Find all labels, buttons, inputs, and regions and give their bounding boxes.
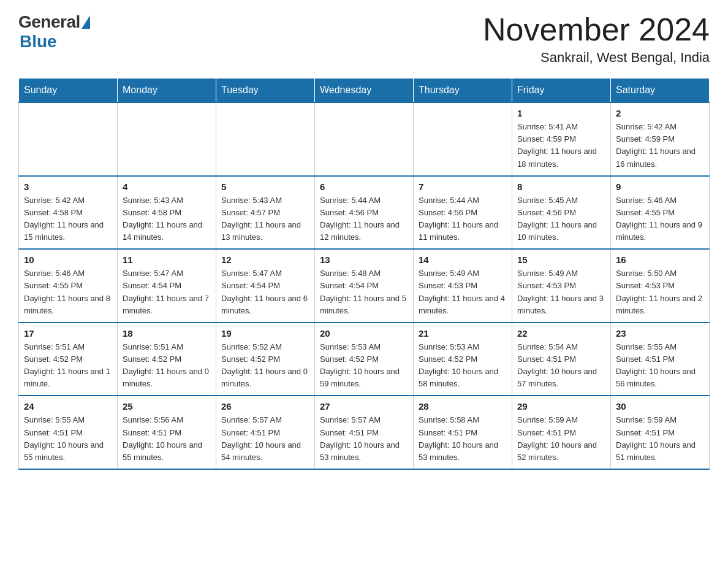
calendar-cell: 27Sunrise: 5:57 AM Sunset: 4:51 PM Dayli… xyxy=(315,396,414,469)
day-number: 2 xyxy=(616,108,704,118)
day-info: Sunrise: 5:59 AM Sunset: 4:51 PM Dayligh… xyxy=(517,414,605,464)
calendar-week-5: 24Sunrise: 5:55 AM Sunset: 4:51 PM Dayli… xyxy=(19,396,710,469)
calendar-header-row: SundayMondayTuesdayWednesdayThursdayFrid… xyxy=(19,79,710,103)
day-number: 1 xyxy=(517,108,605,118)
day-info: Sunrise: 5:51 AM Sunset: 4:52 PM Dayligh… xyxy=(24,341,112,391)
day-info: Sunrise: 5:41 AM Sunset: 4:59 PM Dayligh… xyxy=(517,121,605,170)
location-title: Sankrail, West Bengal, India xyxy=(483,50,710,66)
day-info: Sunrise: 5:52 AM Sunset: 4:52 PM Dayligh… xyxy=(221,341,309,391)
page-header: General Blue November 2024 Sankrail, Wes… xyxy=(18,12,710,66)
calendar-cell: 14Sunrise: 5:49 AM Sunset: 4:53 PM Dayli… xyxy=(414,249,512,323)
day-info: Sunrise: 5:55 AM Sunset: 4:51 PM Dayligh… xyxy=(24,414,112,464)
calendar-cell: 19Sunrise: 5:52 AM Sunset: 4:52 PM Dayli… xyxy=(216,323,315,396)
calendar-cell: 12Sunrise: 5:47 AM Sunset: 4:54 PM Dayli… xyxy=(216,249,315,323)
day-info: Sunrise: 5:48 AM Sunset: 4:54 PM Dayligh… xyxy=(320,267,408,317)
title-block: November 2024 Sankrail, West Bengal, Ind… xyxy=(483,12,710,66)
calendar-cell: 26Sunrise: 5:57 AM Sunset: 4:51 PM Dayli… xyxy=(216,396,315,469)
day-number: 3 xyxy=(24,182,112,192)
day-info: Sunrise: 5:54 AM Sunset: 4:51 PM Dayligh… xyxy=(517,341,605,391)
day-info: Sunrise: 5:50 AM Sunset: 4:53 PM Dayligh… xyxy=(616,267,704,317)
day-number: 21 xyxy=(419,328,507,339)
day-info: Sunrise: 5:44 AM Sunset: 4:56 PM Dayligh… xyxy=(419,194,507,244)
day-number: 11 xyxy=(123,255,211,265)
logo-triangle-icon xyxy=(82,15,90,29)
calendar-cell: 18Sunrise: 5:51 AM Sunset: 4:52 PM Dayli… xyxy=(118,323,216,396)
logo-general-text: General xyxy=(18,12,80,32)
month-year-title: November 2024 xyxy=(483,12,710,47)
day-number: 16 xyxy=(616,255,704,265)
day-number: 22 xyxy=(517,328,605,339)
logo: General Blue xyxy=(18,12,90,52)
day-info: Sunrise: 5:47 AM Sunset: 4:54 PM Dayligh… xyxy=(221,267,309,317)
day-number: 17 xyxy=(24,328,112,339)
day-number: 6 xyxy=(320,182,408,192)
day-info: Sunrise: 5:53 AM Sunset: 4:52 PM Dayligh… xyxy=(419,341,507,391)
day-info: Sunrise: 5:44 AM Sunset: 4:56 PM Dayligh… xyxy=(320,194,408,244)
calendar-cell: 1Sunrise: 5:41 AM Sunset: 4:59 PM Daylig… xyxy=(512,102,611,176)
calendar-cell: 3Sunrise: 5:42 AM Sunset: 4:58 PM Daylig… xyxy=(19,176,118,250)
calendar-cell: 2Sunrise: 5:42 AM Sunset: 4:59 PM Daylig… xyxy=(611,102,710,176)
calendar-week-3: 10Sunrise: 5:46 AM Sunset: 4:55 PM Dayli… xyxy=(19,249,710,323)
calendar-cell: 16Sunrise: 5:50 AM Sunset: 4:53 PM Dayli… xyxy=(611,249,710,323)
calendar-header-friday: Friday xyxy=(512,79,611,103)
day-number: 30 xyxy=(616,401,704,412)
calendar-cell: 28Sunrise: 5:58 AM Sunset: 4:51 PM Dayli… xyxy=(414,396,512,469)
day-info: Sunrise: 5:55 AM Sunset: 4:51 PM Dayligh… xyxy=(616,341,704,391)
calendar-cell: 8Sunrise: 5:45 AM Sunset: 4:56 PM Daylig… xyxy=(512,176,611,250)
calendar-cell: 10Sunrise: 5:46 AM Sunset: 4:55 PM Dayli… xyxy=(19,249,118,323)
calendar-cell xyxy=(118,102,216,176)
day-number: 28 xyxy=(419,401,507,412)
day-number: 9 xyxy=(616,182,704,192)
calendar-header-thursday: Thursday xyxy=(414,79,512,103)
day-number: 24 xyxy=(24,401,112,412)
calendar-cell: 25Sunrise: 5:56 AM Sunset: 4:51 PM Dayli… xyxy=(118,396,216,469)
calendar-header-monday: Monday xyxy=(118,79,216,103)
calendar-cell: 30Sunrise: 5:59 AM Sunset: 4:51 PM Dayli… xyxy=(611,396,710,469)
calendar-cell xyxy=(315,102,414,176)
day-info: Sunrise: 5:47 AM Sunset: 4:54 PM Dayligh… xyxy=(123,267,211,317)
day-info: Sunrise: 5:59 AM Sunset: 4:51 PM Dayligh… xyxy=(616,414,704,464)
calendar-cell: 11Sunrise: 5:47 AM Sunset: 4:54 PM Dayli… xyxy=(118,249,216,323)
day-number: 20 xyxy=(320,328,408,339)
calendar-cell: 21Sunrise: 5:53 AM Sunset: 4:52 PM Dayli… xyxy=(414,323,512,396)
calendar-cell: 4Sunrise: 5:43 AM Sunset: 4:58 PM Daylig… xyxy=(118,176,216,250)
calendar-week-2: 3Sunrise: 5:42 AM Sunset: 4:58 PM Daylig… xyxy=(19,176,710,250)
day-number: 25 xyxy=(123,401,211,412)
day-number: 19 xyxy=(221,328,309,339)
day-info: Sunrise: 5:51 AM Sunset: 4:52 PM Dayligh… xyxy=(123,341,211,391)
calendar-header-sunday: Sunday xyxy=(19,79,118,103)
calendar-cell: 20Sunrise: 5:53 AM Sunset: 4:52 PM Dayli… xyxy=(315,323,414,396)
day-number: 14 xyxy=(419,255,507,265)
day-number: 10 xyxy=(24,255,112,265)
day-number: 29 xyxy=(517,401,605,412)
calendar-week-1: 1Sunrise: 5:41 AM Sunset: 4:59 PM Daylig… xyxy=(19,102,710,176)
calendar-cell: 24Sunrise: 5:55 AM Sunset: 4:51 PM Dayli… xyxy=(19,396,118,469)
day-number: 5 xyxy=(221,182,309,192)
day-info: Sunrise: 5:45 AM Sunset: 4:56 PM Dayligh… xyxy=(517,194,605,244)
day-info: Sunrise: 5:49 AM Sunset: 4:53 PM Dayligh… xyxy=(517,267,605,317)
day-number: 27 xyxy=(320,401,408,412)
day-info: Sunrise: 5:43 AM Sunset: 4:57 PM Dayligh… xyxy=(221,194,309,244)
day-number: 18 xyxy=(123,328,211,339)
day-info: Sunrise: 5:43 AM Sunset: 4:58 PM Dayligh… xyxy=(123,194,211,244)
logo-blue-text: Blue xyxy=(20,32,57,52)
day-info: Sunrise: 5:56 AM Sunset: 4:51 PM Dayligh… xyxy=(123,414,211,464)
day-info: Sunrise: 5:46 AM Sunset: 4:55 PM Dayligh… xyxy=(24,267,112,317)
day-info: Sunrise: 5:53 AM Sunset: 4:52 PM Dayligh… xyxy=(320,341,408,391)
day-info: Sunrise: 5:42 AM Sunset: 4:58 PM Dayligh… xyxy=(24,194,112,244)
calendar-cell: 7Sunrise: 5:44 AM Sunset: 4:56 PM Daylig… xyxy=(414,176,512,250)
calendar-cell xyxy=(19,102,118,176)
calendar-header-wednesday: Wednesday xyxy=(315,79,414,103)
day-info: Sunrise: 5:42 AM Sunset: 4:59 PM Dayligh… xyxy=(616,121,704,170)
day-number: 23 xyxy=(616,328,704,339)
day-info: Sunrise: 5:49 AM Sunset: 4:53 PM Dayligh… xyxy=(419,267,507,317)
day-info: Sunrise: 5:58 AM Sunset: 4:51 PM Dayligh… xyxy=(419,414,507,464)
calendar-header-saturday: Saturday xyxy=(611,79,710,103)
day-number: 12 xyxy=(221,255,309,265)
calendar-cell: 5Sunrise: 5:43 AM Sunset: 4:57 PM Daylig… xyxy=(216,176,315,250)
calendar-cell: 23Sunrise: 5:55 AM Sunset: 4:51 PM Dayli… xyxy=(611,323,710,396)
day-info: Sunrise: 5:57 AM Sunset: 4:51 PM Dayligh… xyxy=(320,414,408,464)
calendar-cell: 15Sunrise: 5:49 AM Sunset: 4:53 PM Dayli… xyxy=(512,249,611,323)
calendar-cell xyxy=(216,102,315,176)
calendar-cell: 9Sunrise: 5:46 AM Sunset: 4:55 PM Daylig… xyxy=(611,176,710,250)
